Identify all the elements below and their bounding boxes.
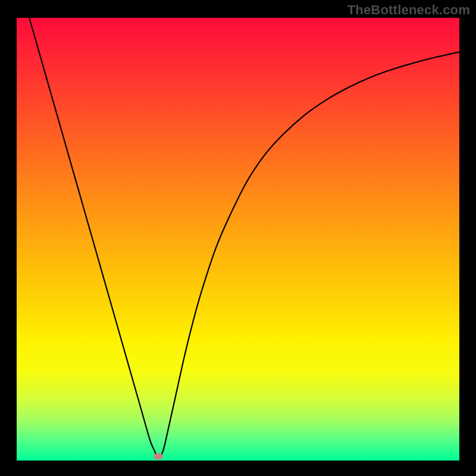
optimum-marker bbox=[154, 453, 163, 459]
plot-area bbox=[17, 18, 459, 461]
bottleneck-curve bbox=[17, 18, 459, 461]
chart-frame: TheBottleneck.com bbox=[0, 0, 476, 476]
attribution-text: TheBottleneck.com bbox=[347, 2, 470, 18]
